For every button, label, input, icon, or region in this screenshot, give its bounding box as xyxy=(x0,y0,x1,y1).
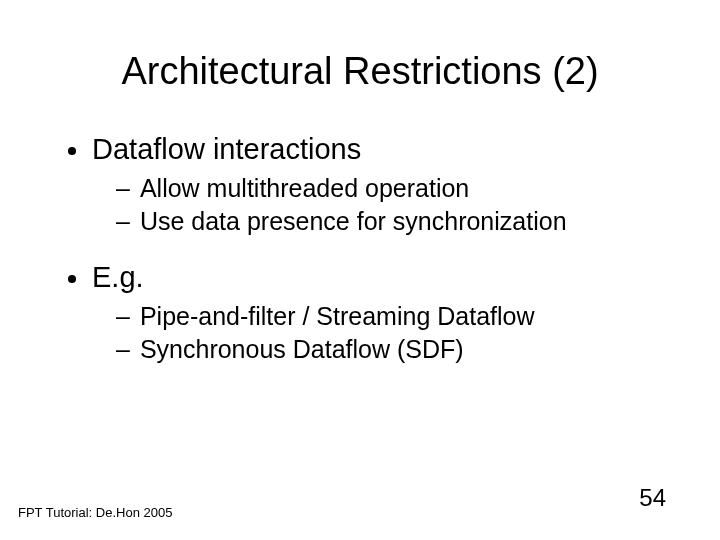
dash-icon: – xyxy=(116,172,130,205)
page-number: 54 xyxy=(639,484,666,512)
bullet-dot-icon xyxy=(68,275,76,283)
bullet-item: E.g. xyxy=(68,261,660,294)
slide: Architectural Restrictions (2) Dataflow … xyxy=(0,0,720,540)
footer-source: FPT Tutorial: De.Hon 2005 xyxy=(18,505,172,520)
sub-bullet-item: – Allow multithreaded operation xyxy=(116,172,660,205)
dash-icon: – xyxy=(116,300,130,333)
bullet-text: E.g. xyxy=(92,261,144,294)
sub-bullet-item: – Pipe-and-filter / Streaming Dataflow xyxy=(116,300,660,333)
bullet-item: Dataflow interactions xyxy=(68,133,660,166)
slide-title: Architectural Restrictions (2) xyxy=(60,50,660,93)
sub-bullet-text: Pipe-and-filter / Streaming Dataflow xyxy=(140,300,535,333)
sub-bullet-text: Allow multithreaded operation xyxy=(140,172,469,205)
bullet-dot-icon xyxy=(68,147,76,155)
sub-bullet-group: – Pipe-and-filter / Streaming Dataflow –… xyxy=(116,300,660,365)
sub-bullet-item: – Use data presence for synchronization xyxy=(116,205,660,238)
sub-bullet-text: Use data presence for synchronization xyxy=(140,205,567,238)
bullet-text: Dataflow interactions xyxy=(92,133,361,166)
dash-icon: – xyxy=(116,333,130,366)
sub-bullet-text: Synchronous Dataflow (SDF) xyxy=(140,333,464,366)
dash-icon: – xyxy=(116,205,130,238)
slide-content: Dataflow interactions – Allow multithrea… xyxy=(60,133,660,365)
sub-bullet-item: – Synchronous Dataflow (SDF) xyxy=(116,333,660,366)
sub-bullet-group: – Allow multithreaded operation – Use da… xyxy=(116,172,660,237)
